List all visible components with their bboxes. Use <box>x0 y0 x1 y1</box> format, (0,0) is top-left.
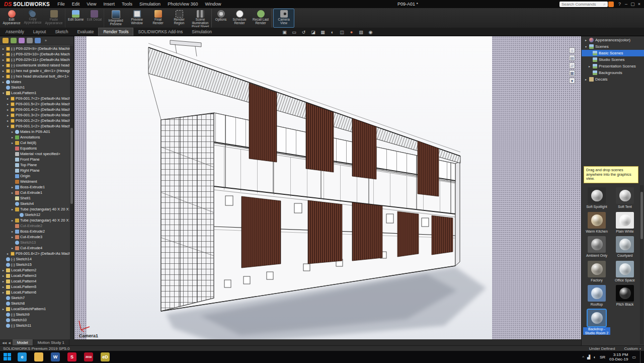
scene-preview-image[interactable] <box>588 310 606 326</box>
Office Space[interactable]: Office Space <box>611 259 639 283</box>
commandmanager-tab[interactable]: Evaluate <box>72 28 98 36</box>
tree-item[interactable]: Cut-Extrude4 <box>0 245 70 251</box>
solidworks-2019-icon[interactable]: 2019 <box>83 351 95 363</box>
Plain White[interactable]: Plain White <box>611 210 639 235</box>
scrollbar-thumb[interactable] <box>70 128 73 204</box>
panel-tab-icon[interactable] <box>3 38 9 43</box>
ribbon-button[interactable]: Paste Appearance <box>43 9 65 28</box>
scenes-tree-item[interactable]: Scenes <box>582 43 644 50</box>
scenes-scrollbar[interactable] <box>640 185 643 344</box>
tree-item[interactable]: Sketch7 <box>0 295 70 301</box>
tree-item[interactable]: (-) P09-029<9> (Default<As Machined>... <box>0 46 70 51</box>
expand-arrow-icon[interactable] <box>2 291 5 294</box>
tree-item[interactable]: P09-001.6<2> (Default<As Machined... <box>0 251 70 256</box>
tree-item[interactable]: Cut-Extrude2 <box>0 223 70 229</box>
expand-arrow-icon[interactable] <box>11 246 14 250</box>
scrollbar-thumb[interactable] <box>640 192 643 240</box>
tree-item[interactable]: Front Plane <box>0 157 70 162</box>
Soft Tent[interactable]: Soft Tent <box>611 185 639 210</box>
tree-item[interactable]: Mates <box>0 79 70 85</box>
tree-item[interactable]: (-) P09-029<10> (Default<As Machined... <box>0 51 70 57</box>
expand-arrow-icon[interactable] <box>11 135 14 139</box>
tree-item[interactable]: Shell1 <box>0 195 70 201</box>
Warm Kitchen[interactable]: Warm Kitchen <box>583 210 611 235</box>
tree-item[interactable]: Right Plane <box>0 168 70 173</box>
expand-arrow-icon[interactable] <box>2 274 5 277</box>
ribbon-button[interactable]: Integrated Preview <box>105 9 126 28</box>
window-control-icon[interactable]: × <box>636 1 642 8</box>
tray-icon[interactable]: ◖ <box>593 355 596 359</box>
solidworks-icon[interactable]: S <box>66 351 78 363</box>
tree-item[interactable]: LocalLPattern3 <box>0 273 70 278</box>
tree-item[interactable]: P09-001.3<2> (Default<As Machined... <box>0 112 70 118</box>
tree-item[interactable]: P09-001.7<2> (Default<As Machined... <box>0 96 70 101</box>
scenes-tree-item[interactable]: Basic Scenes <box>582 50 644 56</box>
tree-item[interactable]: (-) hex head structural bolt_din<1> (DIN… <box>0 74 70 79</box>
commandmanager-tab[interactable]: Sketch <box>50 28 72 36</box>
scenes-tree-item[interactable]: Appearances(color) <box>582 37 644 43</box>
tree-item[interactable]: Sketch13 <box>0 240 70 245</box>
expand-arrow-icon[interactable] <box>584 78 588 81</box>
tree-item[interactable]: (-) Sketch11 <box>0 323 70 328</box>
tree-item[interactable]: (-) hex nut grade c_din<1> (Hexagon Nut.… <box>0 68 70 74</box>
expand-arrow-icon[interactable] <box>2 279 5 283</box>
tray-icon[interactable]: ▟ <box>587 355 590 359</box>
taskbar-clock[interactable]: 3:15 PM 03-Dec-19 <box>609 352 628 362</box>
expand-arrow-icon[interactable] <box>584 45 588 48</box>
window-control-icon[interactable]: – <box>623 1 629 8</box>
tree-item[interactable]: Cut-Extrude1 <box>0 190 70 195</box>
tree-item[interactable]: P09-001.5<2> (Default<As Machined... <box>0 101 70 107</box>
expand-arrow-icon[interactable] <box>2 63 5 67</box>
scene-preview-image[interactable] <box>588 187 606 204</box>
scenes-tree-item[interactable]: Studio Scenes <box>582 56 644 63</box>
status-item[interactable]: Custom <box>624 346 641 351</box>
scenes-tree-item[interactable]: Presentation Scenes <box>582 63 644 69</box>
side-strip-icon[interactable]: ⌂ <box>569 47 575 53</box>
hud-icon[interactable]: ◪ <box>309 29 317 35</box>
tree-item[interactable]: (-) countersunk slotted raised head scre… <box>0 62 70 68</box>
tree-item[interactable]: (-) P09-029<11> (Default<As Machined... <box>0 57 70 62</box>
tree-item[interactable]: Sketch4 <box>0 201 70 206</box>
hud-icon[interactable]: ◉ <box>367 29 374 35</box>
Ambient Only[interactable]: Ambient Only <box>583 234 611 259</box>
Courtyard[interactable]: Courtyard <box>611 234 639 259</box>
tree-item[interactable]: Boss-Extrude1 <box>0 184 70 190</box>
tree-item[interactable]: LocalLPattern5 <box>0 284 70 289</box>
scene-preview-image[interactable] <box>616 212 634 229</box>
tree-item[interactable]: Material <not specified> <box>0 151 70 157</box>
expand-arrow-icon[interactable] <box>2 80 5 84</box>
expand-arrow-icon[interactable] <box>2 47 5 50</box>
expand-arrow-icon[interactable] <box>11 235 14 239</box>
menu-item[interactable]: Insert <box>100 0 119 8</box>
hud-icon[interactable]: ▧ <box>357 29 365 35</box>
previous-tab-icon[interactable]: ◀ <box>8 341 11 344</box>
expand-arrow-icon[interactable] <box>11 185 14 189</box>
scenes-tree-item[interactable]: Decals <box>582 76 644 83</box>
Backdrop - Studio Room 2[interactable]: Backdrop - Studio Room 2 <box>583 308 611 336</box>
expand-arrow-icon[interactable] <box>6 108 10 111</box>
panel-tab-icon[interactable] <box>35 38 41 43</box>
expand-arrow-icon[interactable] <box>11 191 14 194</box>
expand-arrow-icon[interactable] <box>588 64 591 68</box>
scene-preview-image[interactable] <box>616 261 634 277</box>
expand-arrow-icon[interactable] <box>6 97 10 100</box>
scene-preview-image[interactable] <box>616 187 634 204</box>
commandmanager-tab[interactable]: Simulation <box>187 28 216 36</box>
expand-arrow-icon[interactable] <box>2 75 5 78</box>
hud-icon[interactable]: ● <box>348 29 355 35</box>
ribbon-button[interactable]: Edit Appearance <box>1 9 22 28</box>
hud-icon[interactable]: ◫ <box>338 29 346 35</box>
window-control-icon[interactable]: ? <box>616 1 623 8</box>
tree-item[interactable]: Cut list(8) <box>0 140 70 146</box>
side-strip-icon[interactable]: ▤ <box>569 55 575 61</box>
ribbon-button[interactable]: Copy Appearance <box>22 9 43 28</box>
show-desktop-button[interactable] <box>640 351 643 363</box>
edrawings-icon[interactable]: eD <box>99 351 111 363</box>
login-icon[interactable] <box>608 2 614 7</box>
tree-item[interactable]: Cut-Extrude3 <box>0 234 70 240</box>
scene-preview-image[interactable] <box>588 261 606 277</box>
ribbon-button[interactable]: Final Render <box>147 9 169 28</box>
expand-arrow-icon[interactable] <box>11 230 14 233</box>
expand-arrow-icon[interactable] <box>2 91 5 95</box>
tree-item[interactable]: Origin <box>0 173 70 179</box>
